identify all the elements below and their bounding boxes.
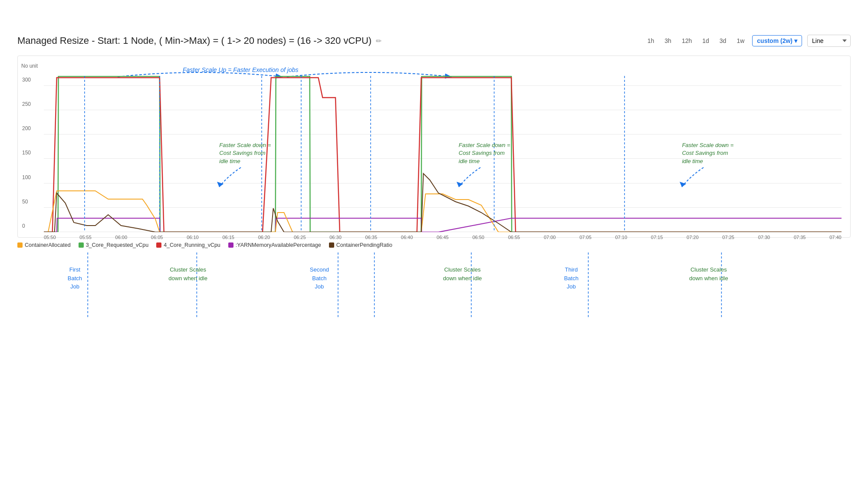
x-axis: 05:50 05:55 06:00 06:05 06:10 06:15 06:2… (44, 232, 842, 240)
legend-label-container-allocated: ContainerAllocated (25, 242, 71, 248)
x-tick: 07:40 (829, 235, 842, 240)
legend: ContainerAllocated 3_Core_Requested_vCpu… (17, 242, 851, 248)
chart-type-select[interactable]: Line Bar Area (807, 35, 851, 47)
legend-color-yarn (228, 242, 233, 248)
y-tick-50: 50 (22, 199, 28, 205)
x-tick: 06:15 (222, 235, 234, 240)
below-label-batch1: FirstBatchJob (68, 265, 82, 291)
x-tick: 05:50 (44, 235, 56, 240)
y-axis-label: No unit (21, 63, 38, 69)
x-tick: 06:10 (187, 235, 199, 240)
time-btn-3d[interactable]: 3d (717, 36, 729, 46)
y-tick-300: 300 (22, 77, 31, 83)
x-tick: 06:35 (365, 235, 378, 240)
x-tick: 07:25 (722, 235, 734, 240)
page-title: Managed Resize - Start: 1 Node, ( Min->M… (17, 35, 372, 46)
below-label-batch2: SecondBatchJob (310, 265, 329, 291)
y-tick-150: 150 (22, 150, 31, 156)
y-tick-200: 200 (22, 125, 31, 131)
time-btn-12h[interactable]: 12h (679, 36, 694, 46)
legend-item-yarn: :YARNMemoryAvailablePercentage (228, 242, 321, 248)
x-tick: 07:15 (651, 235, 663, 240)
x-tick: 06:55 (508, 235, 520, 240)
x-tick: 06:05 (151, 235, 163, 240)
x-tick: 06:00 (115, 235, 128, 240)
x-tick: 07:10 (615, 235, 628, 240)
x-tick: 07:20 (687, 235, 699, 240)
time-btn-1h[interactable]: 1h (645, 36, 657, 46)
x-tick: 06:45 (437, 235, 449, 240)
x-tick: 06:40 (401, 235, 413, 240)
time-btn-1w[interactable]: 1w (734, 36, 747, 46)
controls-area: 1h 3h 12h 1d 3d 1w custom (2w) ▾ Line Ba… (645, 35, 851, 47)
legend-item-container-allocated: ContainerAllocated (17, 242, 71, 248)
chart-area: 0 50 100 150 200 250 300 (44, 76, 842, 232)
legend-item-pending-ratio: ContainerPendingRatio (329, 242, 392, 248)
x-tick: 06:50 (472, 235, 484, 240)
x-tick: 06:25 (294, 235, 306, 240)
header-row: Managed Resize - Start: 1 Node, ( Min->M… (17, 35, 851, 47)
red-line (44, 78, 842, 232)
time-btn-custom[interactable]: custom (2w) ▾ (752, 35, 802, 46)
x-tick: 07:05 (579, 235, 592, 240)
legend-color-running-vcpu (156, 242, 161, 248)
legend-label-yarn: :YARNMemoryAvailablePercentage (236, 242, 321, 248)
x-tick: 05:55 (79, 235, 92, 240)
legend-color-pending-ratio (329, 242, 334, 248)
legend-item-requested-vcpu: 3_Core_Requested_vCpu (79, 242, 149, 248)
below-label-scaledown2: Cluster Scalesdown when idle (443, 265, 482, 282)
y-tick-100: 100 (22, 174, 31, 180)
x-tick: 07:35 (794, 235, 806, 240)
y-tick-0: 0 (22, 223, 25, 229)
y-tick-250: 250 (22, 101, 31, 107)
below-label-scaledown3: Cluster Scalesdown when idle (689, 265, 728, 282)
legend-color-container-allocated (17, 242, 23, 248)
x-tick: 07:00 (544, 235, 556, 240)
below-label-batch3: ThirdBatchJob (564, 265, 579, 291)
below-annotations-area: FirstBatchJob Cluster Scalesdown when id… (17, 252, 851, 318)
x-tick: 07:30 (758, 235, 770, 240)
scale-up-label: Faster Scale Up = Faster Execution of jo… (183, 66, 299, 73)
chart-container: No unit Faster Scale Up = Faster Exec (17, 56, 851, 238)
legend-color-requested-vcpu (79, 242, 84, 248)
legend-item-running-vcpu: 4_Core_Running_vCpu (156, 242, 220, 248)
below-dashed-lines-svg (43, 252, 851, 318)
legend-label-requested-vcpu: 3_Core_Requested_vCpu (86, 242, 149, 248)
below-label-scaledown1: Cluster Scalesdown when idle (168, 265, 207, 282)
main-chart-svg (44, 76, 842, 232)
time-btn-3h[interactable]: 3h (662, 36, 674, 46)
edit-icon[interactable]: ✏ (376, 37, 381, 45)
x-tick: 06:30 (329, 235, 342, 240)
title-area: Managed Resize - Start: 1 Node, ( Min->M… (17, 35, 381, 46)
legend-label-running-vcpu: 4_Core_Running_vCpu (164, 242, 220, 248)
time-btn-1d[interactable]: 1d (700, 36, 712, 46)
legend-label-pending-ratio: ContainerPendingRatio (336, 242, 392, 248)
x-tick: 06:20 (258, 235, 270, 240)
